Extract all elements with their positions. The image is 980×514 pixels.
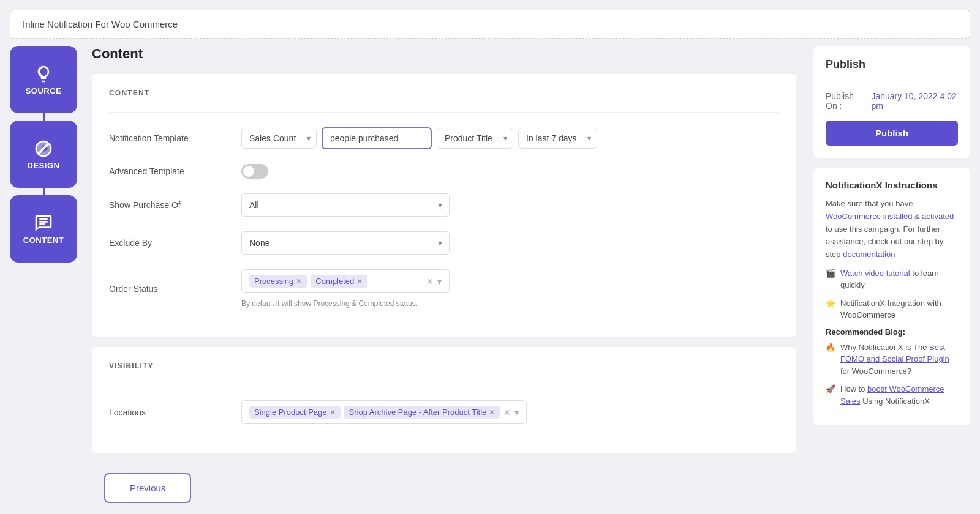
blog2-prefix: How to [840, 384, 865, 393]
documentation-link[interactable]: documentation [843, 250, 895, 259]
toggle-slider [241, 164, 268, 179]
instruction-text-1: Make sure that you have [826, 199, 913, 208]
locations-clear-icon[interactable]: ✕ [503, 408, 511, 417]
instructions-title: NotificationX Instructions [826, 180, 958, 190]
tags-actions: ✕ ▾ [426, 277, 442, 286]
previous-button-label: Previous [130, 483, 165, 493]
order-status-tags-box[interactable]: Processing ✕ Completed ✕ ✕ ▾ [241, 269, 450, 293]
sidebar-item-content[interactable]: CONTENT [10, 195, 77, 263]
blog1-prefix: Why NotificationX is The [840, 343, 927, 352]
sales-count-select[interactable]: Sales Count [241, 128, 317, 149]
show-purchase-label: Show Purchase Of [109, 200, 232, 210]
show-purchase-select[interactable]: All [241, 193, 450, 217]
instruction-para-1: Make sure that you have WooCommerce inst… [826, 198, 958, 261]
exclude-by-label: Exclude By [109, 238, 232, 248]
rocket-icon: 🚀 [826, 383, 835, 395]
time-range-select[interactable]: In last 7 days [518, 128, 597, 149]
order-status-row: Order Status Processing ✕ Completed ✕ [109, 269, 779, 308]
bottom-bar: Previous [92, 463, 796, 513]
sidebar: SOURCE DESIGN CONTENT [0, 46, 80, 514]
tag-completed: Completed ✕ [311, 275, 368, 288]
tag-single-product-close[interactable]: ✕ [330, 408, 336, 417]
blog2-suffix: Using NotificationX [862, 397, 930, 406]
sales-count-wrapper[interactable]: Sales Count [241, 128, 317, 149]
tag-completed-text: Completed [315, 277, 354, 286]
star-icon: ⭐ [826, 297, 835, 310]
advanced-template-toggle[interactable] [241, 164, 268, 179]
blog1-item: 🔥 Why NotificationX is The Best FOMO and… [826, 341, 958, 378]
woocommerce-link[interactable]: WooCommerce installed & activated [826, 212, 954, 221]
blog2-text: How to boost WooCommerce Sales Using Not… [840, 383, 958, 407]
sidebar-content-label: CONTENT [23, 236, 64, 245]
publish-on-row: Publish On : January 10, 2022 4:02 pm [826, 91, 958, 111]
content-section-heading: CONTENT [109, 89, 779, 97]
publish-on-label: Publish On : [826, 91, 866, 111]
instruction-video-item: 🎬 Watch video tutorial to learn quickly [826, 267, 958, 291]
publish-date: January 10, 2022 4:02 pm [871, 91, 958, 111]
fire-icon: 🔥 [826, 341, 835, 354]
video-tutorial-link[interactable]: Watch video tutorial [840, 269, 910, 278]
exclude-by-select[interactable]: None [241, 231, 450, 255]
previous-button[interactable]: Previous [104, 473, 191, 503]
locations-tags-actions: ✕ ▾ [503, 408, 519, 417]
instruction-integration-item: ⭐ NotificationX Integration with WooComm… [826, 297, 958, 321]
page-title: Content [92, 46, 796, 62]
locations-controls: Single Product Page ✕ Shop Archive Page … [241, 400, 779, 424]
sidebar-source-label: SOURCE [26, 86, 62, 95]
tag-completed-close[interactable]: ✕ [356, 277, 363, 286]
recommended-label: Recommended Blog: [826, 327, 958, 337]
instruction-integration-text: NotificationX Integration with WooCommer… [840, 297, 958, 321]
show-purchase-wrapper[interactable]: All [241, 193, 450, 217]
tag-processing: Processing ✕ [249, 275, 307, 288]
locations-dropdown-icon[interactable]: ▾ [514, 408, 519, 417]
title-bar: Inline Notification For Woo Commerce [10, 10, 970, 39]
sidebar-design-label: DESIGN [28, 161, 60, 170]
product-title-select[interactable]: Product Title [437, 128, 513, 149]
order-status-hint: By default it will show Processing & Com… [241, 299, 418, 308]
right-panel: Publish Publish On : January 10, 2022 4:… [809, 46, 980, 514]
notification-template-row: Notification Template Sales Count Produc… [109, 127, 779, 149]
tag-shop-archive: Shop Archive Page - After Product Title … [344, 406, 500, 419]
blog2-item: 🚀 How to boost WooCommerce Sales Using N… [826, 383, 958, 407]
dropdown-arrow-icon[interactable]: ▾ [437, 277, 442, 286]
advanced-template-controls [241, 164, 779, 179]
exclude-by-wrapper[interactable]: None [241, 231, 450, 255]
advanced-template-row: Advanced Template [109, 164, 779, 179]
video-icon: 🎬 [826, 267, 835, 280]
publish-button[interactable]: Publish [826, 121, 958, 146]
publish-button-label: Publish [875, 128, 908, 138]
source-icon [34, 64, 53, 84]
sidebar-connector-2 [43, 188, 45, 195]
visibility-section-heading: VISIBILITY [109, 362, 779, 370]
tag-single-product-text: Single Product Page [254, 408, 327, 417]
show-purchase-controls: All [241, 193, 779, 217]
center-area: Content CONTENT Notification Template Sa… [80, 46, 809, 514]
order-status-label: Order Status [109, 284, 232, 294]
clear-all-icon[interactable]: ✕ [426, 277, 434, 286]
publish-title: Publish [826, 58, 958, 71]
advanced-template-label: Advanced Template [109, 166, 232, 176]
instructions-section: NotificationX Instructions Make sure tha… [813, 168, 970, 425]
locations-tags-box[interactable]: Single Product Page ✕ Shop Archive Page … [241, 400, 527, 424]
tag-single-product: Single Product Page ✕ [249, 406, 341, 419]
sidebar-item-source[interactable]: SOURCE [10, 46, 77, 113]
exclude-by-row: Exclude By None [109, 231, 779, 255]
product-title-wrapper[interactable]: Product Title [437, 128, 513, 149]
notification-template-controls: Sales Count Product Title In last 7 days [241, 127, 779, 149]
tag-shop-archive-close[interactable]: ✕ [489, 408, 495, 417]
time-range-wrapper[interactable]: In last 7 days [518, 128, 597, 149]
template-text-input[interactable] [322, 127, 432, 149]
locations-row: Locations Single Product Page ✕ Shop Arc… [109, 400, 779, 424]
sidebar-item-design[interactable]: DESIGN [10, 121, 77, 188]
blog1-text: Why NotificationX is The Best FOMO and S… [840, 341, 958, 378]
locations-label: Locations [109, 408, 232, 417]
content-section: CONTENT Notification Template Sales Coun… [92, 74, 796, 337]
notification-template-label: Notification Template [109, 133, 232, 143]
exclude-by-controls: None [241, 231, 779, 255]
tag-processing-close[interactable]: ✕ [296, 277, 302, 286]
tag-shop-archive-text: Shop Archive Page - After Product Title [349, 408, 487, 417]
sidebar-connector-1 [43, 113, 45, 121]
design-icon [34, 139, 53, 158]
show-purchase-row: Show Purchase Of All [109, 193, 779, 217]
publish-section: Publish Publish On : January 10, 2022 4:… [813, 46, 970, 158]
